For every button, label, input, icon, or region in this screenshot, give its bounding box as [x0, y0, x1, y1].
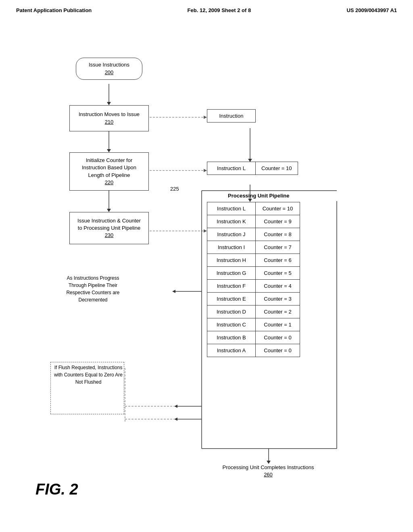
page-header: Patent Application Publication Feb. 12, … — [0, 0, 413, 17]
box2-line2: Instruction Based Upon — [82, 164, 136, 171]
box3-line2: to Processing Unit Pipeline — [77, 224, 141, 232]
svg-marker-18 — [172, 290, 175, 293]
pipeline-title: Processing Unit Pipeline — [228, 193, 289, 199]
diagram-arrows — [0, 17, 413, 521]
table-row: Instruction I Counter = 7 — [207, 241, 300, 254]
cell-counter-0-b: Counter = 0 — [256, 331, 300, 344]
svg-marker-16 — [248, 199, 252, 202]
fig-label: FIG. 2 — [35, 481, 78, 498]
table-row: Instruction D Counter = 2 — [207, 305, 300, 318]
svg-marker-3 — [107, 149, 111, 152]
table-row: Instruction H Counter = 6 — [207, 254, 300, 267]
svg-marker-20 — [174, 405, 177, 408]
cell-instruction-f: Instruction F — [207, 280, 256, 293]
completion-box: Processing Unit Completes Instructions 2… — [206, 464, 331, 478]
main-diagram: Issue Instructions 200 Instruction Moves… — [0, 17, 413, 521]
cell-instruction-e: Instruction E — [207, 293, 256, 305]
cell-counter-9: Counter = 9 — [256, 215, 300, 228]
svg-marker-1 — [107, 102, 111, 105]
start-number: 200 — [89, 69, 129, 76]
pipeline-table: Instruction L Counter = 10 Instruction K… — [207, 202, 300, 357]
table-row: Instruction C Counter = 1 — [207, 318, 300, 331]
box-issue-instruction: Issue Instruction & Counter to Processin… — [69, 212, 149, 244]
box3-line1: Issue Instruction & Counter — [77, 217, 141, 224]
box2-number: 220 — [82, 179, 136, 186]
cell-counter-5: Counter = 5 — [256, 267, 300, 280]
svg-marker-22 — [174, 418, 177, 421]
cell-instruction-g: Instruction G — [207, 267, 256, 280]
annotation-progress: As Instructions Progress Through Pipelin… — [60, 274, 126, 303]
table-row: Instruction G Counter = 5 — [207, 267, 300, 280]
box2-line1: Initialize Counter for — [82, 157, 136, 164]
issue-top-instruction: Instruction — [207, 110, 256, 123]
table-row: Instruction K Counter = 9 — [207, 215, 300, 228]
issue-mid-instruction: Instruction L — [207, 162, 256, 175]
cell-counter-4: Counter = 4 — [256, 280, 300, 293]
table-row: Instruction B Counter = 0 — [207, 331, 300, 344]
svg-marker-9 — [204, 169, 207, 172]
table-row: Instruction L Counter = 10 — [207, 202, 300, 215]
cell-instruction-a: Instruction A — [207, 344, 256, 357]
header-date-sheet: Feb. 12, 2009 Sheet 2 of 8 — [188, 7, 251, 13]
table-row: Instruction A Counter = 0 — [207, 344, 300, 357]
cell-instruction-l: Instruction L — [207, 202, 256, 215]
box1-number: 210 — [79, 118, 140, 126]
cell-instruction-d: Instruction D — [207, 305, 256, 318]
cell-instruction-b: Instruction B — [207, 331, 256, 344]
header-patent-number: US 2009/0043997 A1 — [346, 7, 397, 13]
start-label: Issue Instructions — [89, 61, 129, 69]
cell-instruction-h: Instruction H — [207, 254, 256, 267]
issue-mid-counter: Counter = 10 — [256, 162, 298, 175]
completion-label: Processing Unit Completes Instructions — [206, 464, 331, 471]
svg-marker-27 — [267, 461, 271, 464]
issue-table-top: Instruction — [207, 109, 256, 123]
cell-counter-10-l: Counter = 10 — [256, 202, 300, 215]
completion-number: 260 — [206, 471, 331, 478]
table-row: Instruction F Counter = 4 — [207, 280, 300, 293]
cell-instruction-j: Instruction J — [207, 228, 256, 241]
svg-marker-5 — [107, 209, 111, 212]
box-initialize-counter: Initialize Counter for Instruction Based… — [69, 152, 149, 191]
label-225: 225 — [170, 186, 179, 192]
cell-counter-2: Counter = 2 — [256, 305, 300, 318]
table-row: Instruction E Counter = 3 — [207, 293, 300, 305]
box-instruction-moves: Instruction Moves to Issue 210 — [69, 105, 149, 131]
box2-line3: Length of Pipeline — [82, 172, 136, 179]
table-row: Instruction J Counter = 8 — [207, 228, 300, 241]
issue-table-middle: Instruction L Counter = 10 — [207, 162, 298, 175]
flush-dashed-box — [50, 362, 124, 414]
cell-counter-7: Counter = 7 — [256, 241, 300, 254]
cell-instruction-k: Instruction K — [207, 215, 256, 228]
svg-marker-13 — [204, 229, 207, 233]
cell-instruction-c: Instruction C — [207, 318, 256, 331]
cell-counter-3: Counter = 3 — [256, 293, 300, 305]
cell-instruction-i: Instruction I — [207, 241, 256, 254]
start-oval: Issue Instructions 200 — [76, 58, 142, 80]
header-publication: Patent Application Publication — [16, 7, 92, 13]
box3-number: 230 — [77, 232, 141, 239]
cell-counter-8: Counter = 8 — [256, 228, 300, 241]
box1-label: Instruction Moves to Issue — [79, 111, 140, 118]
cell-counter-1: Counter = 1 — [256, 318, 300, 331]
cell-counter-0-a: Counter = 0 — [256, 344, 300, 357]
cell-counter-6: Counter = 6 — [256, 254, 300, 267]
svg-marker-7 — [204, 116, 207, 119]
